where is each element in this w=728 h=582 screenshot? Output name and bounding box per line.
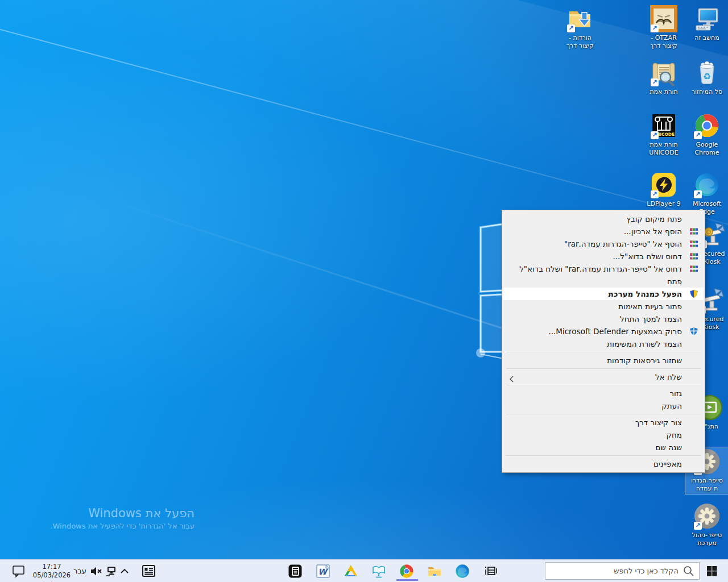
menu-item-open-file-location[interactable]: פתח מיקום קובץ xyxy=(503,213,704,225)
submenu-arrow-icon xyxy=(508,373,515,380)
otzar-book-icon: ↗ xyxy=(650,5,677,32)
menu-item-restore-previous-versions[interactable]: שחזור גירסאות קודמות xyxy=(503,354,704,367)
watermark-line2: עבור אל 'הגדרות' כדי להפעיל את Windows. xyxy=(23,521,195,532)
book-stand-icon[interactable] xyxy=(371,563,387,579)
menu-item-scan-with-defender[interactable]: סרוק באמצעות Microsoft Defender... xyxy=(503,325,704,338)
shortcut-arrow-icon: ↗ xyxy=(694,131,702,139)
book-app-icon[interactable] xyxy=(287,563,303,579)
start-button[interactable] xyxy=(707,566,717,576)
ldplayer-icon: ↗ xyxy=(650,171,677,198)
menu-item-label: העתק xyxy=(661,401,682,410)
chrome-taskbar-icon[interactable] xyxy=(399,563,415,579)
shortcut-arrow-icon: ↗ xyxy=(694,522,702,530)
menu-separator xyxy=(506,455,701,456)
desktop-icon-this-pc[interactable]: מחשב זה xyxy=(685,5,728,43)
menu-item-label: הוסף אל ארכיון... xyxy=(624,227,682,236)
taskbar-clock[interactable]: 17:17 05/03/2026 xyxy=(32,563,72,580)
menu-separator xyxy=(506,414,701,414)
desktop-icon-label: הורדות - קיצור דרך xyxy=(559,34,602,50)
menu-item-label: מחק xyxy=(666,430,682,439)
menu-item-label: פתור בעיות תאימות xyxy=(618,302,682,311)
menu-item-rename[interactable]: שנה שם xyxy=(503,441,704,454)
google-drive-icon[interactable] xyxy=(343,563,359,579)
menu-item-properties[interactable]: מאפיינים xyxy=(503,458,704,470)
menu-item-add-to-rar[interactable]: הוסף אל "סייפר-הגדרות עמדה.rar" xyxy=(503,238,704,250)
unicode-scroll-icon: UNICODE ↗ xyxy=(650,112,677,139)
menu-item-label: הצמד לשורת המשימות xyxy=(607,339,682,348)
menu-item-copy[interactable]: העתק xyxy=(503,400,704,412)
desktop-icon-label: מחשב זה xyxy=(685,34,728,42)
task-view-icon[interactable] xyxy=(483,564,498,579)
active-app-indicator xyxy=(396,579,418,581)
menu-item-label: סרוק באמצעות Microsoft Defender... xyxy=(548,327,682,336)
menu-item-delete[interactable]: מחק xyxy=(503,429,704,441)
desktop-icon-google-chrome[interactable]: ↗ Google Chrome xyxy=(685,111,728,158)
menu-item-label: הוסף אל "סייפר-הגדרות עמדה.rar" xyxy=(564,239,682,248)
svg-text:♻: ♻ xyxy=(703,71,711,82)
menu-separator xyxy=(506,352,701,352)
word-icon[interactable]: W xyxy=(315,563,331,579)
action-center-icon[interactable] xyxy=(11,564,26,579)
context-menu: פתח מיקום קובץהוסף אל ארכיון...הוסף אל "… xyxy=(502,210,705,473)
menu-item-troubleshoot-compatibility[interactable]: פתור בעיות תאימות xyxy=(503,300,704,313)
menu-item-run-as-administrator[interactable]: הפעל כמנהל מערכת xyxy=(503,288,704,300)
menu-item-label: מאפיינים xyxy=(653,459,682,468)
menu-item-create-shortcut[interactable]: צור קיצור דרך xyxy=(503,416,704,429)
gear-icon: ↗ xyxy=(693,502,721,530)
show-hidden-icons-chevron[interactable] xyxy=(119,566,130,577)
clock-date: 05/03/2026 xyxy=(32,571,72,580)
shortcut-arrow-icon: ↗ xyxy=(651,78,659,86)
desktop-icon-label: תורת אמת xyxy=(642,88,685,96)
search-icon xyxy=(682,565,694,577)
menu-item-pin-to-start[interactable]: הצמד למסך התחל xyxy=(503,313,704,325)
news-and-interests-icon[interactable] xyxy=(141,563,157,579)
desktop-icon-recycle-bin[interactable]: ♻ סל המיחזור xyxy=(685,59,728,97)
file-explorer-icon[interactable] xyxy=(427,563,442,579)
volume-muted-icon[interactable] xyxy=(89,564,103,578)
menu-item-label: צור קיצור דרך xyxy=(635,418,682,427)
defender-icon xyxy=(689,327,698,336)
winrar-icon xyxy=(689,227,698,236)
menu-item-compress-and-email[interactable]: דחוס ושלח בדוא"ל... xyxy=(503,250,704,263)
desktop-icon-label: LDPlayer 9 xyxy=(642,200,685,208)
taskbar-search-input[interactable] xyxy=(545,562,700,580)
uac-icon xyxy=(689,289,698,298)
winrar-icon xyxy=(689,252,698,261)
watermark-line1: הפעל את Windows xyxy=(23,506,195,521)
winrar-icon xyxy=(689,264,698,273)
shortcut-arrow-icon: ↗ xyxy=(694,190,702,198)
menu-item-label: הפעל כמנהל מערכת xyxy=(609,289,682,298)
desktop-icon-downloads-shortcut[interactable]: ↗ הורדות - קיצור דרך xyxy=(559,5,602,51)
network-wired-icon[interactable] xyxy=(105,564,118,578)
desktop-icon-ldplayer[interactable]: ↗ LDPlayer 9 xyxy=(642,171,685,209)
recycle-bin-icon: ♻ xyxy=(693,59,721,86)
language-indicator[interactable]: עבר xyxy=(73,567,86,575)
desktop-icon-label: Google Chrome xyxy=(685,141,728,157)
shortcut-arrow-icon: ↗ xyxy=(651,24,659,32)
desktop-icon-torat-emet[interactable]: ↗ תורת אמת xyxy=(642,59,685,97)
menu-item-add-to-archive[interactable]: הוסף אל ארכיון... xyxy=(503,225,704,238)
menu-item-label: פתח מיקום קובץ xyxy=(627,214,682,223)
menu-item-pin-to-taskbar[interactable]: הצמד לשורת המשימות xyxy=(503,338,704,350)
menu-item-cut[interactable]: גזור xyxy=(503,387,704,400)
menu-item-open[interactable]: פתח xyxy=(503,275,704,288)
menu-separator xyxy=(506,385,701,385)
shortcut-arrow-icon: ↗ xyxy=(651,190,659,198)
desktop-icon-label: תורת אמת UNICODE xyxy=(642,141,685,157)
svg-text:W: W xyxy=(318,567,328,576)
desktop-icon-seifer-system-admin[interactable]: ↗ סייפר-ניהול מערכת xyxy=(685,502,728,548)
menu-item-send-to[interactable]: שלח אל xyxy=(503,371,704,383)
desktop-icon-label: סל המיחזור xyxy=(685,88,728,96)
menu-item-label: שחזור גירסאות קודמות xyxy=(607,356,682,365)
desktop-icon-torat-emet-unicode[interactable]: UNICODE ↗ תורת אמת UNICODE xyxy=(642,111,685,158)
taskbar: 17:17 05/03/2026 עבר W xyxy=(0,559,728,582)
edge-taskbar-icon[interactable] xyxy=(454,563,470,579)
scroll-magnifier-icon: ↗ xyxy=(650,59,677,86)
desktop-icon-label: סייפר-ניהול מערכת xyxy=(685,531,728,547)
menu-separator xyxy=(506,368,701,369)
desktop-icon-otzar-shortcut[interactable]: ↗ OTZAR - קיצור דרך xyxy=(642,5,685,51)
menu-item-compress-to-rar-and-email[interactable]: דחוס אל "סייפר-הגדרות עמדה.rar" ושלח בדו… xyxy=(503,263,704,275)
activate-windows-watermark: הפעל את Windows עבור אל 'הגדרות' כדי להפ… xyxy=(23,506,195,532)
desktop-icon-label: סייפר-הגדרו ת עמדה xyxy=(685,477,728,493)
desktop-icon-label: OTZAR - קיצור דרך xyxy=(642,34,685,50)
